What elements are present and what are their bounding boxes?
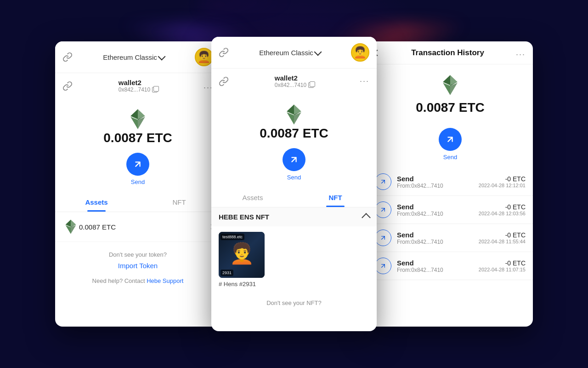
right-tx-type-2: Send: [397, 231, 479, 239]
middle-dont-see: Don't see your NFT?: [211, 293, 377, 312]
middle-nft-section-title: HEBE ENS NFT: [219, 213, 269, 221]
middle-avatar-emoji: 🧑‍🦱: [353, 47, 367, 58]
right-send-button[interactable]: [439, 128, 462, 151]
right-tx-arrow-icon-3: [379, 262, 387, 270]
middle-send-wrap: Send: [283, 148, 305, 181]
left-chain-link-icon: [62, 81, 73, 91]
middle-network-label: Ethereum Classic: [259, 49, 313, 57]
right-tx-from-2: From:0x842...7410: [397, 239, 479, 245]
left-copy-icon[interactable]: [152, 87, 158, 92]
left-avatar-emoji: 🧑‍🦱: [197, 52, 211, 63]
middle-chain-link-icon: [219, 47, 229, 58]
middle-tab-nft[interactable]: NFT: [294, 188, 377, 207]
middle-nft-label-overlay: test888.etc: [220, 234, 244, 240]
chain-link-icon: [62, 52, 73, 62]
right-tx-type-0: Send: [397, 175, 479, 183]
right-tx-item-3[interactable]: Send From:0x842...7410 -0 ETC 2022-04-28…: [368, 252, 533, 280]
middle-wallet-row: wallet2 0x842...7410 ···: [211, 69, 377, 94]
middle-send-button[interactable]: [283, 148, 305, 171]
right-tx-icon-3: [375, 258, 391, 274]
middle-balance-section: 0.0087 ETC Send: [211, 94, 377, 188]
left-eth-icon: [126, 108, 149, 131]
right-tx-from-0: From:0x842...7410: [397, 183, 479, 189]
middle-network-chevron: [314, 48, 322, 56]
left-send-button[interactable]: [126, 153, 149, 176]
right-header: Transaction History ...: [368, 41, 533, 64]
middle-wallet-address: 0x842...7410: [275, 82, 306, 88]
right-tx-icon-0: [375, 173, 391, 190]
right-tx-time-3: 2022-04-28 11:07:15: [479, 267, 526, 272]
right-tx-time-0: 2022-04-28 12:12:01: [479, 183, 526, 188]
middle-send-label: Send: [287, 174, 301, 181]
right-tx-details-2: Send From:0x842...7410: [397, 231, 479, 245]
left-import-link[interactable]: Import Token: [118, 262, 158, 270]
middle-nft-image-inner: test888.etc 🧑‍🦱 2931: [219, 232, 265, 278]
right-transactions-list: Send From:0x842...7410 -0 ETC 2022-04-28…: [368, 168, 533, 280]
right-tx-from-3: From:0x842...7410: [397, 267, 479, 273]
right-balance-amount: 0.0087 ETC: [416, 100, 484, 115]
middle-nft-section-header[interactable]: HEBE ENS NFT: [211, 207, 377, 226]
left-help-link[interactable]: Hebe Support: [147, 277, 183, 284]
right-tx-arrow-icon-1: [379, 206, 387, 213]
right-header-menu[interactable]: ...: [516, 48, 526, 58]
left-import-section: Don't see your token? Import Token Need …: [55, 242, 220, 293]
right-tx-right-3: -0 ETC 2022-04-28 11:07:15: [479, 259, 526, 272]
right-send-arrow-icon: [445, 134, 455, 144]
left-send-arrow-icon: [133, 159, 143, 169]
right-tx-details-3: Send From:0x842...7410: [397, 259, 479, 273]
middle-wallet-menu[interactable]: ···: [360, 76, 369, 86]
right-tx-amount-0: -0 ETC: [479, 175, 526, 183]
middle-eth-icon: [283, 103, 305, 126]
right-tx-icon-1: [375, 201, 391, 218]
middle-header: Ethereum Classic 🧑‍🦱: [211, 37, 377, 69]
right-tx-item-2[interactable]: Send From:0x842...7410 -0 ETC 2022-04-28…: [368, 224, 533, 252]
left-tab-assets[interactable]: Assets: [55, 193, 138, 212]
right-header-title: Transaction History: [411, 48, 484, 58]
right-tx-arrow-icon-0: [379, 178, 387, 185]
right-tx-amount-3: -0 ETC: [479, 259, 526, 267]
right-eth-icon: [439, 74, 462, 97]
screens-container: Ethereum Classic 🧑‍🦱 wallet2 0x842...741…: [55, 37, 533, 331]
middle-tab-assets[interactable]: Assets: [211, 188, 294, 207]
right-tx-time-2: 2022-04-28 11:55:44: [479, 239, 526, 244]
middle-nft-collapse-icon: [362, 213, 371, 222]
right-send-label: Send: [443, 154, 457, 161]
middle-send-arrow-icon: [289, 155, 299, 165]
right-tx-amount-1: -0 ETC: [479, 203, 526, 211]
right-tx-item-1[interactable]: Send From:0x842...7410 -0 ETC 2022-04-28…: [368, 196, 533, 224]
middle-header-left: [219, 47, 229, 58]
left-wallet-row: wallet2 0x842...7410 ...: [55, 73, 220, 98]
right-balance-section: 0.0087 ETC Send: [368, 64, 533, 168]
left-balance-section: 0.0087 ETC Send: [55, 98, 220, 193]
right-tx-item-0[interactable]: Send From:0x842...7410 -0 ETC 2022-04-28…: [368, 168, 533, 196]
right-tx-details-0: Send From:0x842...7410: [397, 175, 479, 189]
left-help-text: Need help? Contact Hebe Support: [62, 277, 213, 284]
right-tx-type-1: Send: [397, 203, 479, 211]
left-header: Ethereum Classic 🧑‍🦱: [55, 41, 220, 73]
right-tx-icon-2: [375, 230, 391, 246]
right-tx-right-1: -0 ETC 2022-04-28 12:03:56: [479, 203, 526, 216]
middle-copy-icon[interactable]: [308, 82, 314, 88]
right-tx-from-1: From:0x842...7410: [397, 211, 479, 217]
middle-nft-title: # Hens #2931: [219, 281, 369, 288]
right-tx-type-3: Send: [397, 259, 479, 267]
middle-wallet-info: wallet2 0x842...7410: [275, 74, 314, 88]
middle-nft-image: test888.etc 🧑‍🦱 2931: [219, 232, 265, 278]
left-wallet-address-row: 0x842...7410: [119, 86, 158, 93]
left-asset-item[interactable]: 0.0087 ETC: [55, 212, 220, 242]
middle-network-selector[interactable]: Ethereum Classic: [259, 49, 321, 57]
left-avatar[interactable]: 🧑‍🦱: [195, 48, 213, 66]
right-tx-right-0: -0 ETC 2022-04-28 12:12:01: [479, 175, 526, 188]
left-asset-eth-icon: [62, 218, 79, 235]
left-send-wrap: Send: [126, 153, 149, 185]
middle-nft-item[interactable]: test888.etc 🧑‍🦱 2931 # Hens #2931: [211, 226, 377, 293]
middle-tabs: Assets NFT: [211, 188, 377, 207]
left-tab-nft[interactable]: NFT: [138, 193, 220, 212]
middle-nft-id-overlay: 2931: [220, 270, 233, 276]
left-wallet-address: 0x842...7410: [119, 86, 150, 93]
middle-avatar[interactable]: 🧑‍🦱: [351, 43, 369, 62]
left-network-chevron: [158, 52, 165, 60]
middle-dont-see-text: Don't see your NFT?: [266, 299, 322, 306]
middle-wallet-address-row: 0x842...7410: [275, 82, 314, 88]
left-network-selector[interactable]: Ethereum Classic: [103, 53, 164, 61]
